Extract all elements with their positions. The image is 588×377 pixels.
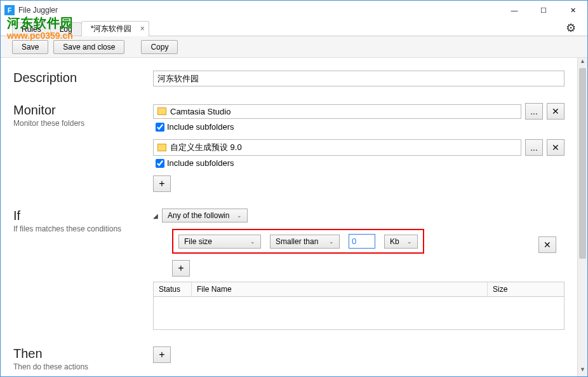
tab-label: *河东软件园 — [91, 24, 132, 33]
scroll-up-icon[interactable]: ▲ — [578, 58, 587, 68]
minimize-button[interactable]: — — [500, 1, 529, 20]
add-condition-button[interactable]: + — [172, 260, 190, 277]
chevron-down-icon: ⌄ — [250, 238, 255, 245]
include-subfolders-label: Include subfolders — [167, 122, 234, 132]
include-subfolders-checkbox[interactable] — [156, 123, 164, 132]
window-title: File Juggler — [18, 6, 500, 15]
copy-button[interactable]: Copy — [141, 40, 178, 54]
maximize-button[interactable]: ☐ — [529, 1, 558, 20]
monitor-folder-row: Camtasia Studio ... ✕ — [153, 103, 565, 120]
folder-icon — [157, 144, 166, 151]
scroll-down-icon[interactable]: ▼ — [578, 366, 587, 376]
remove-condition-button[interactable]: ✕ — [538, 236, 556, 253]
window-controls: — ☐ ✕ — [500, 1, 587, 20]
section-then: Then Then do these actions + — [13, 346, 565, 371]
folder-name: 自定义生成预设 9.0 — [170, 142, 242, 153]
chevron-down-icon: ⌄ — [329, 238, 334, 245]
remove-folder-button[interactable]: ✕ — [547, 139, 565, 156]
add-folder-button[interactable]: + — [153, 175, 171, 192]
monitor-folder-row: 自定义生成预设 9.0 ... ✕ — [153, 139, 565, 156]
tab-log[interactable]: Log — [50, 22, 82, 36]
match-mode-dropdown[interactable]: Any of the followin ⌄ — [162, 209, 248, 223]
chevron-down-icon: ⌄ — [237, 212, 242, 219]
condition-row: File size ⌄ Smaller than ⌄ Kb ⌄ — [172, 229, 424, 254]
browse-folder-button[interactable]: ... — [525, 103, 543, 120]
include-subfolders-row[interactable]: Include subfolders — [156, 158, 565, 168]
include-subfolders-label: Include subfolders — [167, 158, 234, 168]
settings-gear-icon[interactable]: ⚙ — [566, 21, 576, 35]
include-subfolders-row[interactable]: Include subfolders — [156, 122, 565, 132]
include-subfolders-checkbox[interactable] — [156, 159, 164, 168]
section-monitor: Monitor Monitor these folders Camtasia S… — [13, 103, 565, 192]
condition-field-dropdown[interactable]: File size ⌄ — [178, 235, 261, 249]
content-area: Description Monitor Monitor these folder… — [1, 58, 587, 376]
save-close-button[interactable]: Save and close — [53, 40, 124, 54]
preview-table-header: Status File Name Size — [153, 282, 565, 297]
condition-operator-dropdown[interactable]: Smaller than ⌄ — [270, 235, 340, 249]
then-title: Then — [13, 346, 143, 361]
condition-field-label: File size — [184, 237, 212, 246]
if-title: If — [13, 209, 143, 223]
match-mode-label: Any of the followin — [168, 211, 229, 220]
tab-rules[interactable]: Rules — [12, 22, 51, 36]
tab-close-icon[interactable]: × — [140, 24, 145, 33]
remove-folder-button[interactable]: ✕ — [547, 103, 565, 120]
monitor-subtitle: Monitor these folders — [13, 119, 143, 128]
column-filename[interactable]: File Name — [192, 282, 488, 296]
condition-operator-label: Smaller than — [276, 237, 318, 246]
scroll-thumb[interactable] — [579, 68, 586, 259]
condition-unit-dropdown[interactable]: Kb ⌄ — [384, 235, 418, 249]
description-title: Description — [13, 71, 143, 85]
description-input[interactable] — [153, 71, 565, 86]
scroll-track[interactable] — [578, 259, 587, 366]
folder-icon — [157, 107, 166, 115]
monitor-title: Monitor — [13, 103, 143, 118]
scrollbar[interactable]: ▲ ▼ — [577, 58, 587, 376]
chevron-down-icon: ⌄ — [407, 238, 412, 245]
app-icon: F — [4, 5, 15, 15]
column-size[interactable]: Size — [488, 282, 564, 296]
then-subtitle: Then do these actions — [13, 362, 143, 371]
if-subtitle: If files matches these conditions — [13, 224, 143, 233]
folder-path-input[interactable]: Camtasia Studio — [153, 104, 521, 119]
add-action-button[interactable]: + — [153, 346, 171, 363]
condition-value-input[interactable] — [349, 234, 375, 249]
titlebar: F File Juggler — ☐ ✕ — [1, 1, 587, 20]
toolbar: Save Save and close Copy — [1, 36, 587, 58]
close-window-button[interactable]: ✕ — [558, 1, 587, 20]
column-status[interactable]: Status — [154, 282, 192, 296]
folder-name: Camtasia Studio — [170, 107, 231, 116]
preview-table-body — [153, 297, 565, 330]
tab-current-rule[interactable]: *河东软件园 × — [81, 21, 149, 36]
tab-bar: Rules Log *河东软件园 × ⚙ — [1, 20, 587, 36]
save-button[interactable]: Save — [12, 40, 48, 54]
condition-unit-label: Kb — [390, 237, 399, 246]
section-if: If If files matches these conditions ◢ A… — [13, 209, 565, 330]
collapse-toggle-icon[interactable]: ◢ — [153, 212, 158, 219]
folder-path-input[interactable]: 自定义生成预设 9.0 — [153, 139, 521, 156]
browse-folder-button[interactable]: ... — [525, 139, 543, 156]
section-description: Description — [13, 71, 565, 86]
